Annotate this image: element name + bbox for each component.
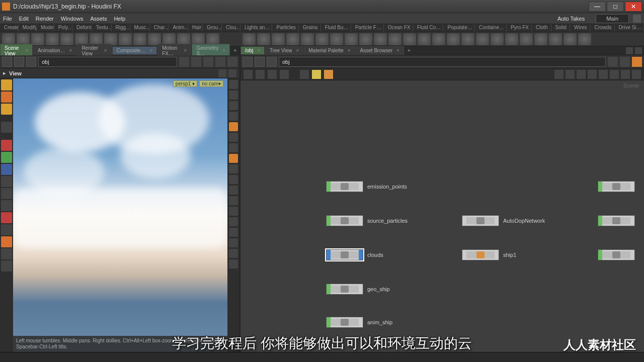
viewport-canvas[interactable]: persp1 ▾ no cam▾ ↖ Left mouse tumbles. M… xyxy=(13,78,227,352)
rt-1[interactable] xyxy=(229,80,238,89)
shelf-tool[interactable] xyxy=(505,33,518,45)
shelf-tool[interactable] xyxy=(243,33,256,45)
menu-render[interactable]: Render xyxy=(36,16,54,22)
node-unnamed[interactable] xyxy=(598,181,635,192)
shelf-tab[interactable]: Grou… xyxy=(203,24,222,32)
shelf-tool[interactable] xyxy=(133,33,146,45)
auto-takes-label[interactable]: Auto Takes xyxy=(557,16,585,22)
shelf-tab[interactable]: Grains xyxy=(299,24,321,32)
shelf-tool[interactable] xyxy=(315,33,329,45)
shelf-tab[interactable]: Populate… xyxy=(443,24,474,32)
rt-9[interactable] xyxy=(229,175,238,184)
shelf-tab[interactable]: Drive Si… xyxy=(615,24,644,32)
maximize-button[interactable]: □ xyxy=(607,2,624,12)
shelf-tab[interactable]: Wires xyxy=(570,24,590,32)
node-anim_ship[interactable]: anim_ship xyxy=(326,317,392,328)
nav-up-r[interactable] xyxy=(267,57,277,67)
shelf-tab[interactable]: Rigg… xyxy=(112,24,130,32)
network-view[interactable]: Scene emission_pointssource_particlesclo… xyxy=(240,80,644,352)
shelf-tool[interactable] xyxy=(549,33,562,45)
shelf-tab[interactable]: Poly… xyxy=(54,24,72,32)
shelf-tab[interactable]: Musc… xyxy=(130,24,150,32)
rt-2[interactable] xyxy=(229,90,238,100)
take-selector[interactable]: Main xyxy=(596,14,629,23)
shelf-tab[interactable]: Hair xyxy=(188,24,203,32)
nb-1[interactable] xyxy=(244,70,253,79)
shelf-tool[interactable] xyxy=(286,33,299,45)
shelf-tab[interactable]: Fluid Bu… xyxy=(321,24,351,32)
shelf-tab[interactable]: Particle F… xyxy=(351,24,384,32)
path-tool1[interactable] xyxy=(179,57,189,67)
shelf-tab[interactable]: Solid xyxy=(551,24,570,32)
tool-r2[interactable] xyxy=(1,212,12,223)
shelf-tab[interactable]: Clou… xyxy=(222,24,240,32)
rt-12[interactable] xyxy=(229,207,238,216)
nav-back[interactable] xyxy=(2,57,12,67)
shelf-tool[interactable] xyxy=(31,33,44,45)
shelf-tool[interactable] xyxy=(447,33,460,45)
rt-7[interactable] xyxy=(229,154,238,163)
rt-10[interactable] xyxy=(229,186,238,195)
shelf-tool[interactable] xyxy=(119,33,132,45)
find-icon[interactable] xyxy=(620,57,630,67)
tab-add-r[interactable]: + xyxy=(405,47,414,54)
path-tool3[interactable] xyxy=(203,57,213,67)
view-opt2[interactable] xyxy=(228,69,236,77)
shelf-tool[interactable] xyxy=(520,33,533,45)
tool-r1[interactable] xyxy=(1,140,12,151)
tool-arrow[interactable] xyxy=(1,122,12,133)
shelf-tab[interactable]: Anim… xyxy=(169,24,188,32)
menu-assets[interactable]: Assets xyxy=(90,16,107,22)
nb-r5[interactable] xyxy=(599,70,608,79)
nav-up[interactable] xyxy=(26,57,36,67)
nb-7[interactable] xyxy=(324,70,333,79)
tab-animation[interactable]: Animation…× xyxy=(33,46,76,55)
rt-11[interactable] xyxy=(229,196,238,205)
shelf-tab[interactable]: Particles xyxy=(272,24,298,32)
timeline[interactable] xyxy=(0,352,644,362)
tool-9[interactable] xyxy=(1,248,12,259)
shelf-tab[interactable]: Char… xyxy=(150,24,169,32)
shelf-tab[interactable]: Lights an… xyxy=(240,24,272,32)
tab-material[interactable]: Material Palette× xyxy=(304,46,355,55)
nb-zoom[interactable] xyxy=(621,70,630,79)
path-field-right[interactable] xyxy=(279,57,606,67)
help-icon[interactable] xyxy=(633,15,641,23)
nav-back-r[interactable] xyxy=(243,57,253,67)
rt-15[interactable] xyxy=(229,238,238,247)
persp-selector[interactable]: persp1 ▾ xyxy=(173,80,197,87)
shelf-tool[interactable] xyxy=(564,33,577,45)
node-AutoDopNetwork[interactable]: AutoDopNetwork xyxy=(462,215,545,226)
nb-2[interactable] xyxy=(256,70,265,79)
nb-r2[interactable] xyxy=(566,70,575,79)
shelf-tool[interactable] xyxy=(60,33,73,45)
shelf-tab[interactable]: Ocean FX xyxy=(384,24,413,32)
nb-5[interactable] xyxy=(300,70,309,79)
cam-selector[interactable]: no cam▾ xyxy=(199,80,223,87)
tool-7[interactable] xyxy=(1,224,12,235)
shelf-tool[interactable] xyxy=(461,33,474,45)
shelf-tool[interactable] xyxy=(257,33,270,45)
rt-6[interactable] xyxy=(229,143,238,152)
tool-8[interactable] xyxy=(1,236,12,247)
nb-opts[interactable] xyxy=(632,70,641,79)
node-geo_ship[interactable]: geo_ship xyxy=(326,284,390,295)
shelf-tab[interactable]: Fluid Co… xyxy=(413,24,443,32)
rt-light[interactable] xyxy=(229,122,238,131)
tool-5[interactable] xyxy=(1,188,12,199)
close-button[interactable]: ✕ xyxy=(625,2,642,12)
tool-6[interactable] xyxy=(1,200,12,211)
tool-g1[interactable] xyxy=(1,152,12,163)
shelf-tool[interactable] xyxy=(578,33,591,45)
shelf-tab[interactable]: Pyro FX xyxy=(507,24,532,32)
rt-3[interactable] xyxy=(229,101,238,110)
rt-14[interactable] xyxy=(229,228,238,237)
view-opt1[interactable] xyxy=(218,69,226,77)
shelf-tool[interactable] xyxy=(374,33,387,45)
shelf-tab[interactable]: Deform xyxy=(72,24,92,32)
menu-windows[interactable]: Windows xyxy=(61,16,84,22)
nb-r4[interactable] xyxy=(588,70,597,79)
nb-r3[interactable] xyxy=(577,70,586,79)
nav-fwd[interactable] xyxy=(14,57,24,67)
nb-r6[interactable] xyxy=(610,70,619,79)
